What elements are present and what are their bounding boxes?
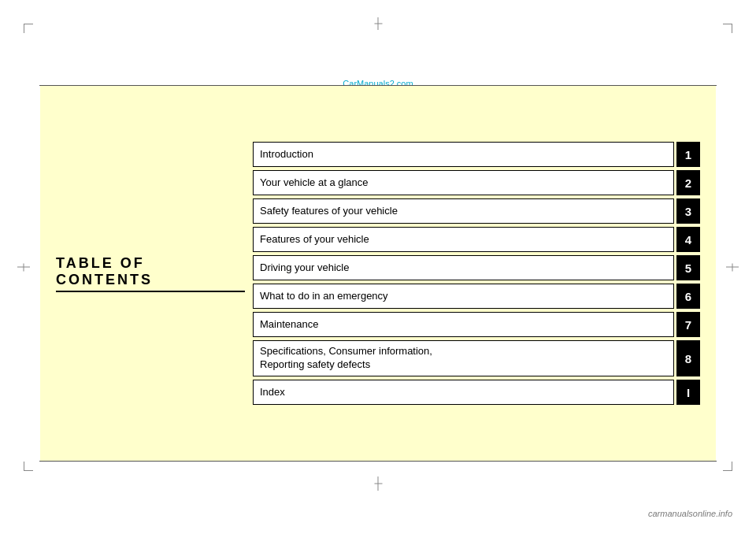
menu-number-1: 1 xyxy=(676,142,700,167)
corner-mark-tr xyxy=(723,24,732,33)
left-panel: TABLE OF CONTENTS xyxy=(40,255,245,292)
menu-number-2: 2 xyxy=(676,170,700,195)
menu-row-7: Maintenance7 xyxy=(253,312,700,337)
menu-row-1: Introduction1 xyxy=(253,142,700,167)
menu-row-4: Features of your vehicle4 xyxy=(253,227,700,252)
menu-row-5: Driving your vehicle5 xyxy=(253,255,700,280)
reg-mark-top xyxy=(378,17,379,30)
menu-number-7: 7 xyxy=(676,312,700,337)
reg-mark-bottom xyxy=(378,477,379,491)
menu-number-9: I xyxy=(676,380,700,405)
menu-label-4: Features of your vehicle xyxy=(253,227,674,252)
menu-number-5: 5 xyxy=(676,255,700,280)
menu-label-3: Safety features of your vehicle xyxy=(253,198,674,224)
menu-number-4: 4 xyxy=(676,227,700,252)
menu-number-8: 8 xyxy=(676,340,700,376)
menu-row-6: What to do in an emergency6 xyxy=(253,284,700,309)
menu-label-2: Your vehicle at a glance xyxy=(253,170,674,195)
content-area: TABLE OF CONTENTS Introduction1Your vehi… xyxy=(40,86,716,461)
bottom-border-line xyxy=(39,461,717,462)
corner-mark-br xyxy=(723,462,732,471)
menu-number-6: 6 xyxy=(676,284,700,309)
watermark-label: carmanualsonline.info xyxy=(648,509,732,518)
menu-label-5: Driving your vehicle xyxy=(253,255,674,280)
top-border-line xyxy=(39,85,717,86)
menu-label-9: Index xyxy=(253,380,674,405)
menu-row-3: Safety features of your vehicle3 xyxy=(253,198,700,224)
menu-label-6: What to do in an emergency xyxy=(253,284,674,309)
menu-row-2: Your vehicle at a glance2 xyxy=(253,170,700,195)
menu-row-9: IndexI xyxy=(253,380,700,405)
reg-mark-left xyxy=(17,267,30,268)
reg-mark-right xyxy=(726,267,739,268)
menu-list: Introduction1Your vehicle at a glance2Sa… xyxy=(245,130,716,417)
menu-label-8: Specifications, Consumer information,Rep… xyxy=(253,340,674,376)
corner-mark-tl xyxy=(24,24,33,33)
menu-row-8: Specifications, Consumer information,Rep… xyxy=(253,340,700,376)
menu-label-1: Introduction xyxy=(253,142,674,167)
menu-number-3: 3 xyxy=(676,198,700,224)
toc-title: TABLE OF CONTENTS xyxy=(56,255,245,292)
corner-mark-bl xyxy=(24,462,33,471)
menu-label-7: Maintenance xyxy=(253,312,674,337)
